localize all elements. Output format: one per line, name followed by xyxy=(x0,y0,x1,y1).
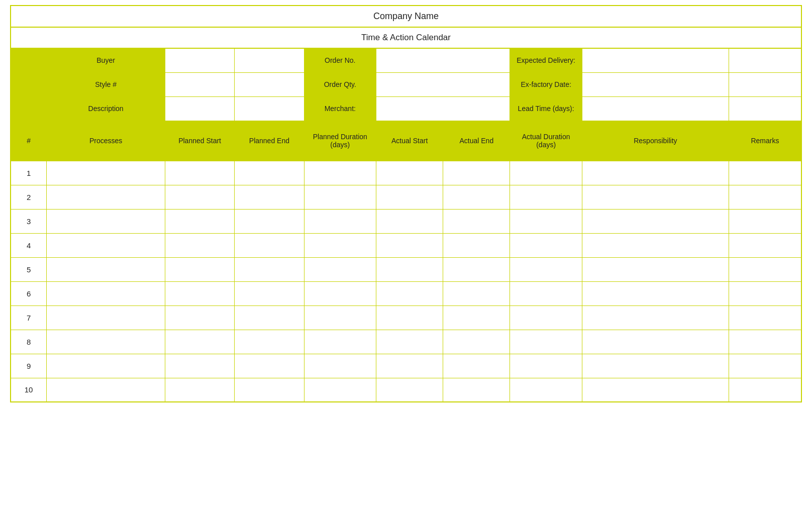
row-remarks-3[interactable] xyxy=(729,209,801,233)
row-planned-start-8[interactable] xyxy=(165,330,234,354)
row-actual-end-4[interactable] xyxy=(443,233,510,257)
row-responsibility-4[interactable] xyxy=(582,233,729,257)
row-remarks-9[interactable] xyxy=(729,354,801,378)
row-num-2: 2 xyxy=(11,185,47,209)
row-actual-end-7[interactable] xyxy=(443,305,510,330)
row-planned-start-4[interactable] xyxy=(165,233,234,257)
row-planned-start-6[interactable] xyxy=(165,281,234,305)
row-planned-duration-9[interactable] xyxy=(304,354,376,378)
row-planned-end-9[interactable] xyxy=(235,354,304,378)
row-actual-duration-10[interactable] xyxy=(510,378,582,402)
row-responsibility-9[interactable] xyxy=(582,354,729,378)
row-actual-end-5[interactable] xyxy=(443,257,510,281)
row-responsibility-2[interactable] xyxy=(582,185,729,209)
row-responsibility-10[interactable] xyxy=(582,378,729,402)
row-actual-duration-7[interactable] xyxy=(510,305,582,330)
row-planned-end-7[interactable] xyxy=(235,305,304,330)
description-value xyxy=(165,96,234,121)
row-planned-start-10[interactable] xyxy=(165,378,234,402)
row-processes-10[interactable] xyxy=(47,378,165,402)
row-remarks-5[interactable] xyxy=(729,257,801,281)
row-planned-start-2[interactable] xyxy=(165,185,234,209)
row-actual-start-10[interactable] xyxy=(376,378,443,402)
row-responsibility-8[interactable] xyxy=(582,330,729,354)
row-actual-duration-2[interactable] xyxy=(510,185,582,209)
row-actual-start-7[interactable] xyxy=(376,305,443,330)
row-remarks-6[interactable] xyxy=(729,281,801,305)
row-actual-duration-4[interactable] xyxy=(510,233,582,257)
row-planned-duration-5[interactable] xyxy=(304,257,376,281)
row-planned-duration-1[interactable] xyxy=(304,161,376,185)
row-responsibility-6[interactable] xyxy=(582,281,729,305)
row-actual-start-3[interactable] xyxy=(376,209,443,233)
row-planned-start-5[interactable] xyxy=(165,257,234,281)
row-planned-end-2[interactable] xyxy=(235,185,304,209)
row-actual-start-5[interactable] xyxy=(376,257,443,281)
row-planned-start-7[interactable] xyxy=(165,305,234,330)
row-remarks-8[interactable] xyxy=(729,330,801,354)
exfactory-value2 xyxy=(729,72,801,96)
row-planned-end-8[interactable] xyxy=(235,330,304,354)
row-processes-3[interactable] xyxy=(47,209,165,233)
row-processes-5[interactable] xyxy=(47,257,165,281)
row-actual-duration-8[interactable] xyxy=(510,330,582,354)
row-actual-end-9[interactable] xyxy=(443,354,510,378)
style-value2 xyxy=(235,72,304,96)
row-planned-duration-4[interactable] xyxy=(304,233,376,257)
row-actual-start-8[interactable] xyxy=(376,330,443,354)
row-actual-start-1[interactable] xyxy=(376,161,443,185)
row-actual-duration-3[interactable] xyxy=(510,209,582,233)
table-row: 10 xyxy=(11,378,801,402)
row-planned-end-6[interactable] xyxy=(235,281,304,305)
row-remarks-4[interactable] xyxy=(729,233,801,257)
row-processes-1[interactable] xyxy=(47,161,165,185)
row-remarks-1[interactable] xyxy=(729,161,801,185)
row-planned-end-3[interactable] xyxy=(235,209,304,233)
row-processes-9[interactable] xyxy=(47,354,165,378)
page-wrapper: Company Name Time & Action Calendar Buye… xyxy=(0,0,812,514)
row-processes-7[interactable] xyxy=(47,305,165,330)
info-row-3: Description Merchant: Lead Time (days): xyxy=(11,96,801,121)
row-actual-duration-5[interactable] xyxy=(510,257,582,281)
row-actual-start-9[interactable] xyxy=(376,354,443,378)
row-num-3: 3 xyxy=(11,209,47,233)
row-planned-duration-2[interactable] xyxy=(304,185,376,209)
row-actual-duration-9[interactable] xyxy=(510,354,582,378)
row-planned-duration-8[interactable] xyxy=(304,330,376,354)
row-actual-duration-1[interactable] xyxy=(510,161,582,185)
row-actual-start-2[interactable] xyxy=(376,185,443,209)
row-planned-duration-10[interactable] xyxy=(304,378,376,402)
row-actual-start-4[interactable] xyxy=(376,233,443,257)
row-processes-2[interactable] xyxy=(47,185,165,209)
row-responsibility-3[interactable] xyxy=(582,209,729,233)
row-actual-end-10[interactable] xyxy=(443,378,510,402)
row-actual-end-8[interactable] xyxy=(443,330,510,354)
row-processes-8[interactable] xyxy=(47,330,165,354)
description-label: Description xyxy=(47,96,165,121)
calendar-title-cell: Time & Action Calendar xyxy=(11,27,801,48)
row-actual-end-6[interactable] xyxy=(443,281,510,305)
row-processes-6[interactable] xyxy=(47,281,165,305)
row-responsibility-7[interactable] xyxy=(582,305,729,330)
row-planned-end-4[interactable] xyxy=(235,233,304,257)
row-remarks-7[interactable] xyxy=(729,305,801,330)
row-planned-start-3[interactable] xyxy=(165,209,234,233)
row-actual-start-6[interactable] xyxy=(376,281,443,305)
row-planned-end-1[interactable] xyxy=(235,161,304,185)
row-planned-duration-3[interactable] xyxy=(304,209,376,233)
row-actual-duration-6[interactable] xyxy=(510,281,582,305)
row-actual-end-1[interactable] xyxy=(443,161,510,185)
row-planned-duration-6[interactable] xyxy=(304,281,376,305)
row-planned-duration-7[interactable] xyxy=(304,305,376,330)
row-actual-end-2[interactable] xyxy=(443,185,510,209)
row-planned-start-1[interactable] xyxy=(165,161,234,185)
row-actual-end-3[interactable] xyxy=(443,209,510,233)
row-responsibility-5[interactable] xyxy=(582,257,729,281)
row-processes-4[interactable] xyxy=(47,233,165,257)
row-planned-end-5[interactable] xyxy=(235,257,304,281)
row-remarks-10[interactable] xyxy=(729,378,801,402)
row-remarks-2[interactable] xyxy=(729,185,801,209)
row-planned-start-9[interactable] xyxy=(165,354,234,378)
row-planned-end-10[interactable] xyxy=(235,378,304,402)
row-responsibility-1[interactable] xyxy=(582,161,729,185)
